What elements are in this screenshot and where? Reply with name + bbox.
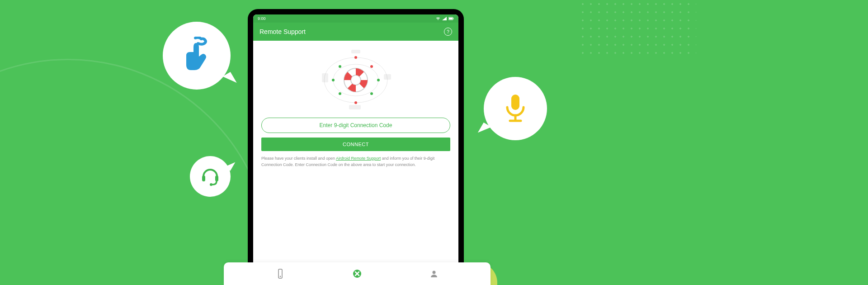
svg-rect-14 — [384, 74, 391, 80]
app-title: Remote Support — [259, 28, 306, 35]
bottom-nav — [224, 262, 491, 285]
app-header: Remote Support ? — [253, 23, 458, 41]
battery-icon — [448, 17, 454, 20]
signal-icon — [442, 17, 447, 20]
svg-rect-26 — [511, 95, 519, 110]
touch-hand-icon — [181, 37, 212, 75]
svg-point-12 — [339, 92, 341, 95]
status-icons — [436, 17, 454, 20]
svg-point-25 — [210, 183, 212, 186]
svg-point-11 — [370, 65, 373, 68]
svg-point-6 — [354, 101, 357, 104]
svg-rect-1 — [453, 18, 454, 19]
feature-bubble-mic — [484, 77, 547, 140]
svg-point-22 — [433, 271, 436, 274]
svg-point-8 — [377, 79, 380, 81]
status-time: 9:00 — [258, 16, 266, 21]
help-icon[interactable]: ? — [444, 28, 452, 36]
background-dots — [579, 0, 696, 54]
svg-point-7 — [332, 79, 335, 81]
wifi-icon — [436, 17, 440, 20]
svg-point-9 — [339, 65, 341, 68]
tablet-screen: 9:00 Remote Support ? — [253, 14, 458, 280]
remote-support-link[interactable]: Airdroid Remote Support — [336, 156, 381, 161]
microphone-icon — [503, 93, 528, 124]
svg-rect-13 — [322, 73, 328, 82]
svg-rect-15 — [351, 50, 360, 53]
feature-bubble-headset — [190, 156, 231, 197]
tablet-frame: 9:00 Remote Support ? — [248, 9, 464, 285]
headset-icon — [200, 166, 221, 187]
svg-rect-24 — [215, 176, 218, 181]
svg-rect-16 — [349, 105, 361, 109]
connection-code-input[interactable] — [261, 118, 450, 133]
nav-home-icon[interactable] — [353, 269, 362, 278]
feature-bubble-touch — [163, 22, 231, 90]
nav-profile-icon[interactable] — [429, 269, 439, 278]
hero-illustration — [315, 46, 396, 114]
background-arc — [0, 59, 271, 285]
svg-point-18 — [351, 75, 361, 85]
lifebuoy-icon — [344, 68, 368, 92]
instruction-text: Please have your clients install and ope… — [261, 156, 450, 168]
nav-remote-icon[interactable] — [276, 269, 285, 278]
svg-point-5 — [354, 56, 357, 59]
app-main: CONNECT Please have your clients install… — [253, 41, 458, 280]
svg-rect-2 — [449, 18, 453, 19]
svg-point-10 — [370, 92, 373, 95]
instruction-prefix: Please have your clients install and ope… — [261, 156, 336, 161]
svg-rect-23 — [202, 176, 205, 181]
status-bar: 9:00 — [253, 14, 458, 23]
svg-point-20 — [280, 276, 281, 277]
connect-button[interactable]: CONNECT — [261, 138, 450, 151]
